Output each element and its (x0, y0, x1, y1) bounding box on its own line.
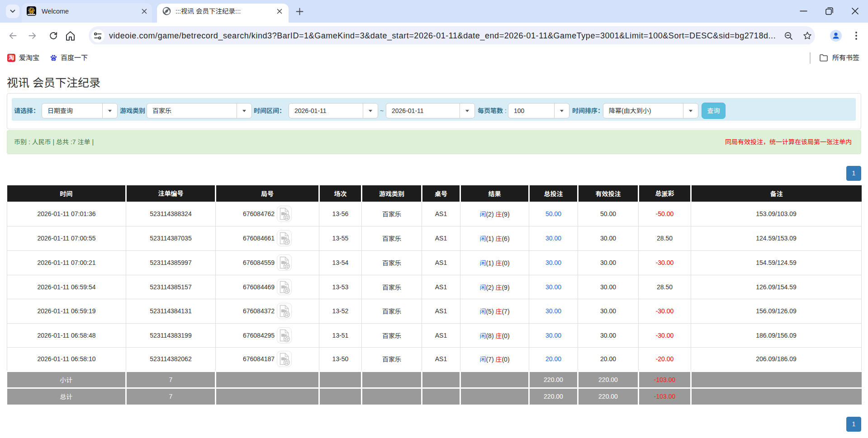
svg-text:du: du (52, 58, 55, 61)
